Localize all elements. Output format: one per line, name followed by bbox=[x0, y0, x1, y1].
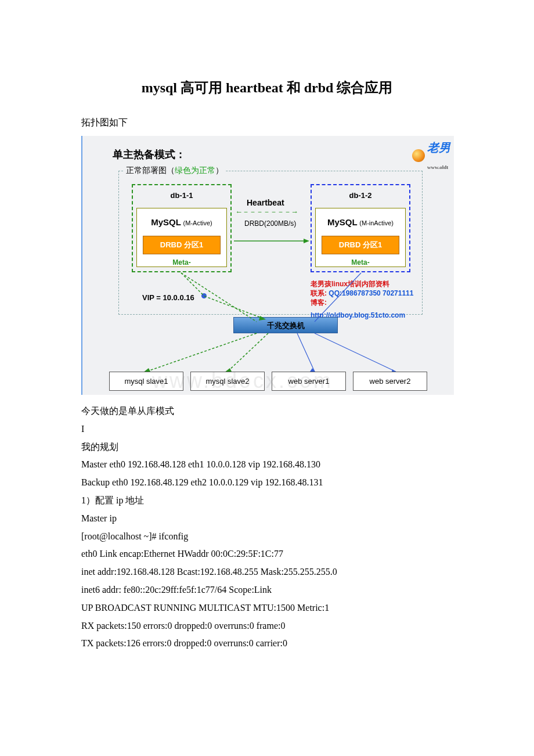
body-line: Master eth0 192.168.48.128 eth1 10.0.0.1… bbox=[81, 456, 453, 473]
topology-diagram: 老男 www.oldt 单主热备模式： 正常部署图（绿色为正常） db-1-1 … bbox=[81, 136, 453, 395]
group-label-pre: 正常部署图（ bbox=[126, 165, 175, 175]
gigabit-switch: 千兆交换机 bbox=[233, 317, 338, 333]
body-line: inet6 addr: fe80::20c:29ff:fe5f:1c77/64 … bbox=[81, 582, 453, 599]
drbd-partition: DRBD 分区1 bbox=[143, 236, 221, 254]
drbd-speed-label: DRBD(200MB/s) bbox=[244, 218, 296, 231]
db-state: (M-Active) bbox=[183, 219, 212, 226]
page-title: mysql 高可用 heartbeat 和 drbd 综合应用 bbox=[81, 75, 453, 100]
mode-title: 单主热备模式： bbox=[113, 145, 186, 164]
body-line: eth0 Link encap:Ethernet HWaddr 00:0C:29… bbox=[81, 546, 453, 563]
meta-label: Meta- bbox=[316, 257, 405, 269]
body-line: [root@localhost ~]# ifconfig bbox=[81, 528, 453, 545]
logo-sub: www.oldt bbox=[427, 164, 448, 170]
blog-label: 博客: bbox=[311, 298, 327, 307]
body-line: Backup eth0 192.168.48.129 eth2 10.0.0.1… bbox=[81, 474, 453, 491]
body-line: 1）配置 ip 地址 bbox=[81, 492, 453, 509]
vip-dot-icon bbox=[201, 293, 207, 298]
node-name: db-1-1 bbox=[133, 189, 230, 202]
logo-icon bbox=[412, 149, 425, 162]
svg-marker-1 bbox=[304, 239, 309, 243]
drbd-partition: DRBD 分区1 bbox=[322, 236, 399, 254]
db-state: (M-inActive) bbox=[359, 219, 394, 226]
contact-value: QQ:1986787350 70271111 bbox=[327, 289, 413, 297]
group-label: 正常部署图（绿色为正常） bbox=[124, 163, 226, 178]
body-line: inet addr:192.168.48.128 Bcast:192.168.4… bbox=[81, 564, 453, 581]
heartbeat-arrow: ←－－－－－－－→ bbox=[235, 205, 298, 218]
intro-text: 拓扑图如下 bbox=[81, 114, 453, 131]
deployment-group: 正常部署图（绿色为正常） db-1-1 MySQL (M-Active) DRB… bbox=[118, 171, 423, 315]
body-line: UP BROADCAST RUNNING MULTICAST MTU:1500 … bbox=[81, 600, 453, 617]
node-db-1-1: db-1-1 MySQL (M-Active) DRBD 分区1 Meta- bbox=[132, 184, 232, 272]
contact-label: 联系: bbox=[311, 289, 327, 297]
group-label-post: ） bbox=[215, 165, 223, 175]
drbd-arrow-icon bbox=[234, 233, 309, 239]
body-line: I bbox=[81, 421, 453, 438]
body-line: Master ip bbox=[81, 510, 453, 527]
server-web2: web server2 bbox=[353, 372, 427, 391]
logo-text: 老男 bbox=[427, 141, 450, 154]
db-label: MySQL bbox=[327, 217, 358, 227]
body-line: RX packets:150 errors:0 dropped:0 overru… bbox=[81, 618, 453, 635]
vip-label: VIP = 10.0.0.16 bbox=[142, 291, 194, 304]
body-line: 今天做的是单从库模式 bbox=[81, 403, 453, 420]
body-line: 我的规划 bbox=[81, 439, 453, 456]
brand-logo: 老男 www.oldt bbox=[412, 137, 450, 175]
group-label-green: 绿色为正常 bbox=[175, 165, 215, 175]
node-name: db-1-2 bbox=[312, 189, 409, 202]
mysql-box: MySQL (M-inActive) DRBD 分区1 Meta- bbox=[315, 208, 406, 267]
body-line: TX packets:126 errors:0 dropped:0 overru… bbox=[81, 635, 453, 652]
mysql-box: MySQL (M-Active) DRBD 分区1 Meta- bbox=[136, 208, 227, 267]
watermark: www.bdocx.com bbox=[152, 362, 333, 395]
meta-label: Meta- bbox=[137, 257, 226, 269]
node-db-1-2: db-1-2 MySQL (M-inActive) DRBD 分区1 Meta- bbox=[311, 184, 410, 272]
db-label: MySQL bbox=[151, 217, 181, 227]
